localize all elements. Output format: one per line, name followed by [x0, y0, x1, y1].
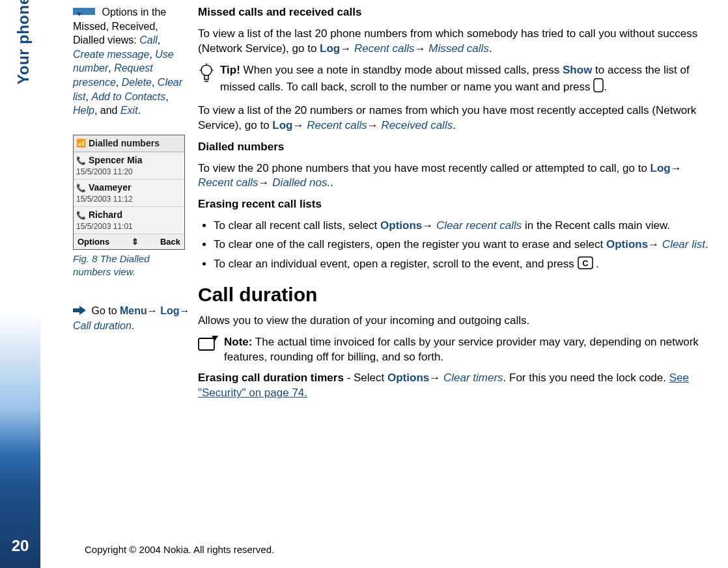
nav-options: Options — [387, 372, 429, 384]
goto-arrow-icon — [73, 304, 86, 319]
softkey-left: Options — [77, 236, 109, 248]
row-date: 15/5/2003 11:01 — [76, 221, 182, 232]
row-date: 15/5/2003 11:20 — [76, 167, 182, 177]
opt-1: Create message — [73, 49, 149, 60]
c-key-icon: C — [578, 256, 593, 274]
options-block: Options in the Missed, Received, Dialled… — [73, 5, 190, 118]
phone-screenshot: 📶 Dialled numbers Spencer Mia 15/5/2003 … — [73, 135, 185, 250]
list-item: To clear all recent call lists, select O… — [214, 219, 712, 234]
list-item: To clear one of the call registers, open… — [214, 237, 712, 252]
note-body: Note: The actual time invoiced for calls… — [224, 335, 712, 365]
figure-caption: Fig. 8 The Dialled numbers view. — [73, 252, 190, 278]
copyright: Copyright © 2004 Nokia. All rights reser… — [85, 544, 274, 555]
opt-7: Help — [73, 105, 94, 116]
list-item: To clear an individual event, open a reg… — [214, 256, 712, 274]
nav-log: Log — [320, 42, 340, 55]
softkey-right: Back — [160, 236, 180, 248]
main-content: Missed calls and received calls To view … — [198, 5, 712, 407]
section-title: Your phone — [14, 0, 33, 85]
nav-recent-calls: Recent calls — [198, 176, 259, 189]
goto-block: Go to Menu→ Log→ Call duration. — [73, 304, 190, 332]
opt-0: Call — [139, 34, 158, 46]
tip-block: Tip! When you see a note in standby mode… — [198, 63, 712, 97]
action-clear-timers: Clear timers — [443, 372, 503, 384]
sidebar: Options in the Missed, Received, Dialled… — [73, 5, 190, 333]
erase-list: To clear all recent call lists, select O… — [198, 219, 712, 274]
row-date: 15/5/2003 11:12 — [76, 194, 182, 204]
fig-title: Dialled numbers — [89, 137, 160, 150]
nav-recent-calls: Recent calls — [307, 119, 367, 131]
svg-text:C: C — [582, 258, 589, 268]
fig-softkeys: Options ⇕ Back — [74, 234, 184, 250]
opt-4: Delete — [122, 77, 152, 88]
nav-options: Options — [606, 238, 648, 250]
svg-rect-0 — [73, 8, 95, 15]
heading-call-duration: Call duration — [198, 282, 712, 308]
nav-log: Log — [651, 162, 671, 174]
nav-received-calls: Received calls — [382, 119, 453, 131]
svg-point-3 — [201, 65, 212, 75]
page: 20 Your phone Copyright © 2004 Nokia. Al… — [0, 0, 728, 568]
call-key-icon — [593, 78, 604, 97]
opt-6: Add to Contacts — [91, 91, 165, 102]
erase-timers-label: Erasing call duration timers — [198, 372, 344, 384]
row-name: Spencer Mia — [76, 154, 182, 167]
tip-body: Tip! When you see a note in standby mode… — [220, 63, 712, 97]
note-icon — [198, 335, 219, 357]
row-name: Vaameyer — [76, 182, 182, 194]
nav-menu: Menu — [120, 305, 147, 316]
action-clear-recent: Clear recent calls — [436, 219, 522, 232]
tip-lightbulb-icon — [198, 63, 215, 87]
note-block: Note: The actual time invoiced for calls… — [198, 335, 712, 365]
nav-dialled-nos: Dialled nos. — [272, 176, 330, 189]
nav-log: Log — [160, 305, 179, 316]
left-rail: 20 — [0, 0, 40, 568]
nav-options: Options — [380, 219, 422, 232]
heading-erasing: Erasing recent call lists — [198, 197, 712, 212]
tip-label: Tip! — [220, 64, 240, 76]
heading-dialled: Dialled numbers — [198, 140, 712, 155]
para-erase-timers: Erasing call duration timers - Select Op… — [198, 371, 712, 401]
heading-missed-received: Missed calls and received calls — [198, 5, 712, 20]
fig-row: Richard 15/5/2003 11:01 — [74, 207, 184, 234]
fig-row: Vaameyer 15/5/2003 11:12 — [74, 180, 184, 207]
options-dropdown-icon — [73, 8, 95, 18]
softkey-mid: ⇕ — [132, 236, 139, 248]
note-label: Note: — [224, 336, 252, 348]
action-show: Show — [563, 64, 592, 76]
nav-missed-calls: Missed calls — [428, 42, 489, 55]
nav-log: Log — [272, 119, 292, 131]
nav-call-duration: Call duration — [73, 320, 132, 331]
svg-rect-13 — [199, 338, 214, 350]
para-dialled: To view the 20 phone numbers that you ha… — [198, 161, 712, 191]
action-clear-list: Clear list — [662, 238, 705, 250]
signal-icon: 📶 — [76, 138, 86, 148]
fig-row: Spencer Mia 15/5/2003 11:20 — [74, 152, 184, 180]
row-name: Richard — [76, 209, 182, 221]
opt-last: Exit — [120, 105, 138, 116]
svg-marker-2 — [73, 306, 86, 315]
para-call-duration: Allows you to view the duration of your … — [198, 314, 712, 329]
figure: 📶 Dialled numbers Spencer Mia 15/5/2003 … — [73, 135, 190, 278]
para-received: To view a list of the 20 numbers or name… — [198, 103, 712, 133]
para-missed: To view a list of the last 20 phone numb… — [198, 27, 712, 57]
nav-recent-calls: Recent calls — [354, 42, 415, 55]
fig-titlebar: 📶 Dialled numbers — [74, 135, 184, 152]
page-number: 20 — [0, 537, 40, 555]
